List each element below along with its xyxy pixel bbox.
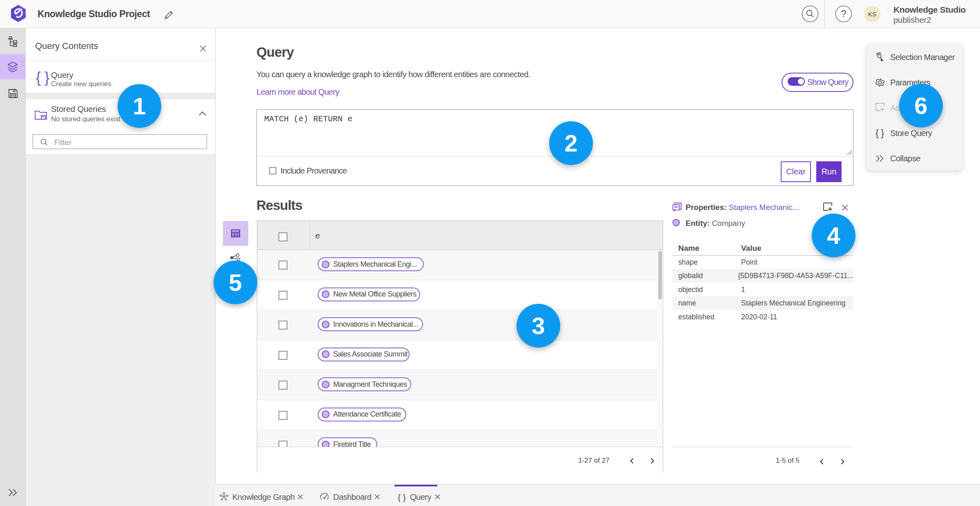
- svg-text:?: ?: [841, 8, 846, 19]
